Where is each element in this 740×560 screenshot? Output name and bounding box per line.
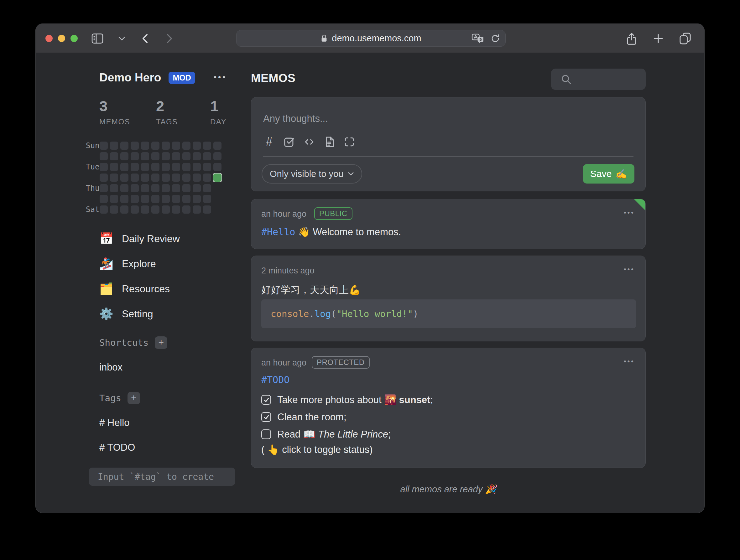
heatmap-cell[interactable] xyxy=(162,142,170,150)
tag-item-todo[interactable]: # TODO xyxy=(99,442,135,453)
checkbox-checked[interactable] xyxy=(261,412,271,422)
heatmap-cell[interactable] xyxy=(213,174,221,182)
close-window-button[interactable] xyxy=(45,35,53,42)
heatmap-cell[interactable] xyxy=(162,152,170,160)
sidebar-item-setting[interactable]: ⚙️ Setting xyxy=(99,301,180,326)
add-code-icon[interactable] xyxy=(303,136,315,148)
heatmap-cell[interactable] xyxy=(213,152,221,160)
add-tag-button[interactable]: + xyxy=(127,392,140,404)
heatmap-cell[interactable] xyxy=(100,163,108,171)
heatmap-cell[interactable] xyxy=(193,205,201,214)
heatmap-cell[interactable] xyxy=(172,195,180,203)
heatmap-cell[interactable] xyxy=(151,163,160,171)
fullscreen-icon[interactable] xyxy=(343,136,355,148)
add-shortcut-button[interactable]: + xyxy=(155,337,167,349)
heatmap-cell[interactable] xyxy=(172,142,180,150)
memo-tag-link[interactable]: #TODO xyxy=(261,374,289,385)
sidebar-item-resources[interactable]: 🗂️ Resources xyxy=(99,276,180,301)
memo-editor-input[interactable]: Any thoughts... xyxy=(263,113,328,124)
user-menu[interactable]: Demo Hero MOD xyxy=(99,71,195,84)
reload-icon[interactable] xyxy=(490,33,500,43)
heatmap-cell[interactable] xyxy=(182,142,190,150)
heatmap-cell[interactable] xyxy=(141,142,149,150)
sidebar-more-icon[interactable]: ••• xyxy=(214,72,227,82)
heatmap-cell[interactable] xyxy=(120,184,128,192)
memo-more-icon[interactable]: ••• xyxy=(624,357,635,366)
heatmap-cell[interactable] xyxy=(172,163,180,171)
shortcut-item-inbox[interactable]: inbox xyxy=(99,362,122,373)
heatmap-cell[interactable] xyxy=(100,184,108,192)
minimize-window-button[interactable] xyxy=(58,35,65,42)
heatmap-cell[interactable] xyxy=(182,205,190,214)
search-box[interactable] xyxy=(551,69,646,90)
heatmap-cell[interactable] xyxy=(151,205,160,214)
heatmap-cell[interactable] xyxy=(110,142,118,150)
heatmap-cell[interactable] xyxy=(110,174,118,182)
heatmap-cell[interactable] xyxy=(141,152,149,160)
heatmap-cell[interactable] xyxy=(203,163,211,171)
heatmap-cell[interactable] xyxy=(131,163,139,171)
heatmap-cell[interactable] xyxy=(182,152,190,160)
heatmap-cell[interactable] xyxy=(100,152,108,160)
heatmap-cell[interactable] xyxy=(100,142,108,150)
heatmap-cell[interactable] xyxy=(193,174,201,182)
heatmap-cell[interactable] xyxy=(141,163,149,171)
heatmap-cell[interactable] xyxy=(203,184,211,192)
heatmap-cell[interactable] xyxy=(203,195,211,203)
heatmap-cell[interactable] xyxy=(213,163,221,171)
heatmap-cell[interactable] xyxy=(162,163,170,171)
heatmap-cell[interactable] xyxy=(182,195,190,203)
heatmap-cell[interactable] xyxy=(182,174,190,182)
heatmap-cell[interactable] xyxy=(203,152,211,160)
heatmap-cell[interactable] xyxy=(120,195,128,203)
heatmap-cell[interactable] xyxy=(110,205,118,214)
add-tag-icon[interactable]: # xyxy=(263,135,275,149)
heatmap-cell[interactable] xyxy=(193,195,201,203)
heatmap-cell[interactable] xyxy=(131,174,139,182)
zoom-window-button[interactable] xyxy=(71,35,78,42)
heatmap-cell[interactable] xyxy=(193,142,201,150)
heatmap-cell[interactable] xyxy=(193,152,201,160)
heatmap-cell[interactable] xyxy=(151,174,160,182)
heatmap-cell[interactable] xyxy=(131,184,139,192)
heatmap-cell[interactable] xyxy=(162,205,170,214)
heatmap-cell[interactable] xyxy=(131,142,139,150)
heatmap-cell[interactable] xyxy=(213,142,221,150)
search-input[interactable] xyxy=(576,74,645,84)
heatmap-cell[interactable] xyxy=(100,205,108,214)
heatmap-cell[interactable] xyxy=(120,142,128,150)
chevron-down-icon[interactable] xyxy=(118,36,126,41)
heatmap-cell[interactable] xyxy=(100,195,108,203)
heatmap-cell[interactable] xyxy=(131,152,139,160)
heatmap-cell[interactable] xyxy=(162,184,170,192)
heatmap-cell[interactable] xyxy=(110,152,118,160)
forward-button[interactable] xyxy=(163,32,175,45)
new-tab-icon[interactable] xyxy=(652,32,664,44)
checkbox-unchecked[interactable] xyxy=(261,430,271,439)
add-file-icon[interactable] xyxy=(323,136,335,148)
heatmap-cell[interactable] xyxy=(182,163,190,171)
memo-more-icon[interactable]: ••• xyxy=(624,209,635,217)
sidebar-toggle-icon[interactable] xyxy=(91,32,104,45)
heatmap-cell[interactable] xyxy=(110,163,118,171)
heatmap-cell[interactable] xyxy=(193,163,201,171)
heatmap-cell[interactable] xyxy=(141,195,149,203)
heatmap-cell[interactable] xyxy=(151,152,160,160)
address-bar[interactable]: demo.usememos.com xyxy=(236,30,506,47)
heatmap-cell[interactable] xyxy=(162,174,170,182)
heatmap-cell[interactable] xyxy=(151,142,160,150)
memo-more-icon[interactable]: ••• xyxy=(624,265,635,273)
heatmap-cell[interactable] xyxy=(182,184,190,192)
heatmap-cell[interactable] xyxy=(203,142,211,150)
visibility-select[interactable]: Only visible to you xyxy=(262,164,362,184)
heatmap-cell[interactable] xyxy=(203,174,211,182)
heatmap-cell[interactable] xyxy=(172,205,180,214)
share-icon[interactable] xyxy=(625,32,638,45)
sidebar-item-explore[interactable]: 🏂 Explore xyxy=(99,251,180,276)
heatmap-cell[interactable] xyxy=(131,205,139,214)
heatmap-cell[interactable] xyxy=(141,184,149,192)
heatmap-cell[interactable] xyxy=(193,184,201,192)
translate-icon[interactable] xyxy=(471,33,485,44)
heatmap-cell[interactable] xyxy=(110,184,118,192)
tag-item-hello[interactable]: # Hello xyxy=(99,417,130,429)
